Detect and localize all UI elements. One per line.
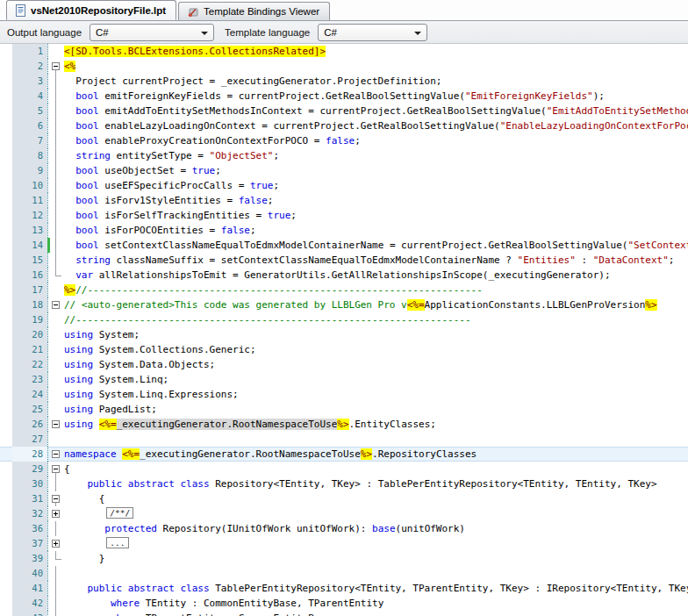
code-line[interactable]: 14 bool setContextClassNameEqualToEdmxMo…: [0, 238, 688, 253]
code-text[interactable]: bool isForPOCOEntities = false;: [64, 223, 688, 238]
fold-collapse-icon[interactable]: [52, 450, 60, 458]
code-text[interactable]: <[SD.Tools.BCLExtensions.CollectionsRela…: [64, 44, 688, 59]
code-text[interactable]: // <auto-generated>This code was generat…: [64, 297, 688, 312]
code-line[interactable]: 21using System.Collections.Generic;: [0, 342, 688, 357]
code-line[interactable]: 30 public abstract class Repository<TEnt…: [0, 476, 688, 491]
code-text[interactable]: using System;: [64, 327, 688, 342]
code-line[interactable]: 39 }: [0, 551, 688, 566]
code-text[interactable]: [64, 566, 688, 581]
code-line[interactable]: 1<[SD.Tools.BCLExtensions.CollectionsRel…: [0, 44, 688, 59]
code-line[interactable]: 43 where TParentEntity : CommonEntityBas…: [0, 611, 688, 616]
code-line[interactable]: 12 bool isForSelfTrackingEntities = true…: [0, 208, 688, 223]
fold-margin[interactable]: [50, 447, 64, 462]
fold-collapse-icon[interactable]: [52, 62, 60, 70]
code-line[interactable]: 20using System;: [0, 327, 688, 342]
code-line[interactable]: 40: [0, 566, 688, 581]
code-text[interactable]: %>//------------------------------------…: [64, 283, 688, 297]
code-line[interactable]: 31 {: [0, 491, 688, 506]
code-text[interactable]: where TParentEntity : CommonEntityBase: [64, 611, 688, 616]
code-line[interactable]: 9 bool useObjectSet = true;: [0, 163, 688, 178]
code-text[interactable]: where TEntity : CommonEntityBase, TParen…: [64, 596, 688, 611]
code-line[interactable]: 36 protected Repository(IUnitOfWork unit…: [0, 521, 688, 536]
code-line[interactable]: 4 bool emitForeignKeyFields = currentPro…: [0, 89, 688, 104]
code-text[interactable]: bool enableProxyCreationOnContextForPOCO…: [64, 133, 688, 148]
code-line[interactable]: 8 string entitySetType = "ObjectSet";: [0, 148, 688, 163]
code-line[interactable]: 24using System.Linq.Expressions;: [0, 387, 688, 402]
code-text[interactable]: using System.Collections.Generic;: [64, 342, 688, 357]
code-text[interactable]: string classNameSuffix = setContextClass…: [64, 253, 688, 268]
code-text[interactable]: /**/: [64, 506, 688, 521]
code-text[interactable]: bool isForSelfTrackingEntities = true;: [64, 208, 688, 223]
output-language-select[interactable]: C#: [90, 24, 214, 41]
code-line[interactable]: 32 /**/: [0, 506, 688, 521]
code-line[interactable]: 19//------------------------------------…: [0, 312, 688, 327]
code-text[interactable]: {: [64, 491, 688, 506]
code-line[interactable]: 13 bool isForPOCOEntities = false;: [0, 223, 688, 238]
fold-margin[interactable]: [50, 536, 64, 551]
code-text[interactable]: using System.Linq.Expressions;: [64, 387, 688, 402]
code-text[interactable]: public abstract class Repository<TEntity…: [64, 476, 688, 491]
tab-bindings-viewer[interactable]: Template Bindings Viewer: [178, 2, 330, 20]
code-line[interactable]: 6 bool enableLazyLoadingOnContext = curr…: [0, 118, 688, 133]
code-text[interactable]: bool emitAddToEntitySetMethodsInContext …: [64, 104, 688, 118]
code-text[interactable]: ...: [64, 536, 688, 551]
code-text[interactable]: }: [64, 551, 688, 566]
fold-margin[interactable]: [50, 491, 64, 506]
fold-margin[interactable]: [50, 417, 64, 432]
fold-margin[interactable]: [50, 506, 64, 521]
code-line[interactable]: 37 ...: [0, 536, 688, 551]
code-line[interactable]: 18// <auto-generated>This code was gener…: [0, 297, 688, 312]
code-text[interactable]: <%: [64, 59, 688, 74]
code-line[interactable]: 41 public abstract class TablePerEntityR…: [0, 581, 688, 596]
code-text[interactable]: //--------------------------------------…: [64, 312, 688, 327]
code-line[interactable]: 5 bool emitAddToEntitySetMethodsInContex…: [0, 104, 688, 118]
fold-expand-icon[interactable]: [52, 510, 60, 518]
fold-expand-icon[interactable]: [52, 540, 60, 548]
code-text[interactable]: [64, 432, 688, 447]
code-text[interactable]: bool useEFSpecificProcCalls = true;: [64, 178, 688, 193]
code-line[interactable]: 11 bool isForv1StyleEntities = false;: [0, 193, 688, 208]
code-line[interactable]: 15 string classNameSuffix = setContextCl…: [0, 253, 688, 268]
code-line[interactable]: 26using <%=_executingGenerator.RootNames…: [0, 417, 688, 432]
code-text[interactable]: bool enableLazyLoadingOnContext = curren…: [64, 118, 688, 133]
collapsed-region-box[interactable]: ...: [106, 537, 128, 548]
fold-collapse-icon[interactable]: [52, 465, 60, 473]
code-text[interactable]: var allRelationshipsToEmit = GeneratorUt…: [64, 268, 688, 283]
code-text[interactable]: Project currentProject = _executingGener…: [64, 74, 688, 89]
code-text[interactable]: using System.Data.Objects;: [64, 357, 688, 372]
tab-template-file[interactable]: vsNet2010RepositoryFile.lpt: [6, 0, 176, 20]
code-line[interactable]: 10 bool useEFSpecificProcCalls = true;: [0, 178, 688, 193]
code-line[interactable]: 25using PagedList;: [0, 402, 688, 417]
code-line[interactable]: 42 where TEntity : CommonEntityBase, TPa…: [0, 596, 688, 611]
code-line[interactable]: 3 Project currentProject = _executingGen…: [0, 74, 688, 89]
fold-margin[interactable]: [50, 297, 64, 312]
fold-collapse-icon[interactable]: [52, 420, 60, 428]
code-text[interactable]: bool useObjectSet = true;: [64, 163, 688, 178]
code-text[interactable]: protected Repository(IUnitOfWork unitOfW…: [64, 521, 688, 536]
collapsed-region-box[interactable]: /**/: [106, 507, 133, 519]
code-line[interactable]: 17%>//----------------------------------…: [0, 283, 688, 297]
code-line[interactable]: 16 var allRelationshipsToEmit = Generato…: [0, 268, 688, 283]
code-text[interactable]: namespace <%=_executingGenerator.RootNam…: [64, 447, 688, 462]
code-line[interactable]: 2<%: [0, 59, 688, 74]
code-text[interactable]: bool isForv1StyleEntities = false;: [64, 193, 688, 208]
fold-margin[interactable]: [50, 462, 64, 476]
code-line[interactable]: 22using System.Data.Objects;: [0, 357, 688, 372]
code-text[interactable]: public abstract class TablePerEntityRepo…: [64, 581, 688, 596]
code-text[interactable]: using <%=_executingGenerator.RootNamespa…: [64, 417, 688, 432]
code-text[interactable]: bool setContextClassNameEqualToEdmxModel…: [64, 238, 688, 253]
fold-margin[interactable]: [50, 59, 64, 74]
code-text[interactable]: using PagedList;: [64, 402, 688, 417]
code-line[interactable]: 28namespace <%=_executingGenerator.RootN…: [0, 447, 688, 462]
code-text[interactable]: {: [64, 462, 688, 476]
code-text[interactable]: using System.Linq;: [64, 372, 688, 387]
code-text[interactable]: string entitySetType = "ObjectSet";: [64, 148, 688, 163]
template-language-select[interactable]: C#: [318, 24, 427, 41]
code-line[interactable]: 23using System.Linq;: [0, 372, 688, 387]
fold-collapse-icon[interactable]: [52, 495, 60, 503]
code-line[interactable]: 7 bool enableProxyCreationOnContextForPO…: [0, 133, 688, 148]
code-text[interactable]: bool emitForeignKeyFields = currentProje…: [64, 89, 688, 104]
code-editor[interactable]: 1<[SD.Tools.BCLExtensions.CollectionsRel…: [0, 44, 688, 616]
code-line[interactable]: 29{: [0, 462, 688, 476]
code-line[interactable]: 27: [0, 432, 688, 447]
